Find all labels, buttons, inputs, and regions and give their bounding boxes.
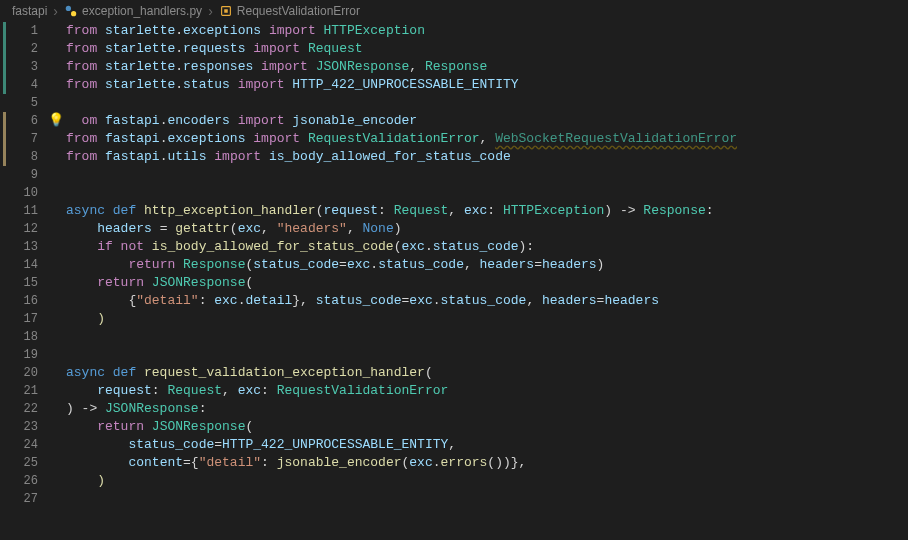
token-punct: ={ (183, 455, 199, 470)
editor[interactable]: 1234567891011121314151617181920212223242… (0, 22, 908, 540)
line-number: 14 (6, 256, 38, 274)
code-line[interactable]: return Response(status_code=exc.status_c… (66, 256, 908, 274)
breadcrumb-item-symbol[interactable]: RequestValidationError (219, 4, 360, 18)
token-punct: }, (292, 293, 315, 308)
code-line[interactable]: ) -> JSONResponse: (66, 400, 908, 418)
token-param: request (97, 383, 152, 398)
svg-rect-3 (224, 9, 228, 13)
code-line[interactable]: from fastapi.exceptions import RequestVa… (66, 130, 908, 148)
token-func: ) (97, 311, 105, 326)
breadcrumb-item-folder[interactable]: fastapi (12, 4, 47, 18)
token-type: Response (183, 257, 245, 272)
line-number: 22 (6, 400, 38, 418)
code-line[interactable]: return JSONResponse( (66, 274, 908, 292)
token-var: HTTP_422_UNPROCESSABLE_ENTITY (292, 77, 518, 92)
token-punct: , (448, 437, 456, 452)
breadcrumb-symbol-label: RequestValidationError (237, 4, 360, 18)
token-punct: ) -> (66, 401, 105, 416)
code-line[interactable]: ) (66, 472, 908, 490)
token-punct: ( (425, 365, 433, 380)
token-punct: , (409, 59, 425, 74)
token-type: RequestValidationError (308, 131, 480, 146)
token-var: exc (401, 239, 424, 254)
token-type: Response (425, 59, 487, 74)
token-kw-import: from (66, 149, 97, 164)
token-var: jsonable_encoder (292, 113, 417, 128)
token-attr: status_code (433, 239, 519, 254)
line-number: 4 (6, 76, 38, 94)
token-type: JSONResponse (316, 59, 410, 74)
code-line[interactable]: status_code=HTTP_422_UNPROCESSABLE_ENTIT… (66, 436, 908, 454)
git-change-indicator (3, 22, 6, 94)
code-line[interactable]: {"detail": exc.detail}, status_code=exc.… (66, 292, 908, 310)
code-line[interactable]: request: Request, exc: RequestValidation… (66, 382, 908, 400)
token-var: exc (409, 455, 432, 470)
code-line[interactable]: async def request_validation_exception_h… (66, 364, 908, 382)
token-kw-import: import (253, 41, 300, 56)
line-number-gutter: 1234567891011121314151617181920212223242… (6, 22, 50, 540)
token-attr: status_code (441, 293, 527, 308)
token-kw-control: return (97, 275, 152, 290)
line-number: 24 (6, 436, 38, 454)
code-line[interactable] (66, 166, 908, 184)
token-punct: = (152, 221, 175, 236)
code-line[interactable] (66, 346, 908, 364)
token-param: headers (480, 257, 535, 272)
token-func: jsonable_encoder (277, 455, 402, 470)
token-var: HTTP_422_UNPROCESSABLE_ENTITY (222, 437, 448, 452)
line-number: 27 (6, 490, 38, 508)
code-line[interactable]: content={"detail": jsonable_encoder(exc.… (66, 454, 908, 472)
code-line[interactable]: from fastapi.utils import is_body_allowe… (66, 148, 908, 166)
token-punct (66, 275, 97, 290)
code-line[interactable]: if not is_body_allowed_for_status_code(e… (66, 238, 908, 256)
code-line[interactable] (66, 490, 908, 508)
token-param: request (323, 203, 378, 218)
token-func: http_exception_handler (144, 203, 316, 218)
token-var: utils (167, 149, 206, 164)
token-punct: : (199, 401, 207, 416)
token-kw-import: from (66, 41, 97, 56)
token-punct: : (152, 383, 168, 398)
code-line[interactable]: from starlette.requests import Request (66, 40, 908, 58)
line-number: 10 (6, 184, 38, 202)
code-line[interactable]: from starlette.responses import JSONResp… (66, 58, 908, 76)
token-str: "detail" (199, 455, 261, 470)
line-number: 26 (6, 472, 38, 490)
token-var: exceptions (167, 131, 245, 146)
token-punct (66, 221, 97, 236)
token-punct: : (261, 383, 277, 398)
token-kw-def: async def (66, 365, 144, 380)
token-func: getattr (175, 221, 230, 236)
code-line[interactable]: ) (66, 310, 908, 328)
code-area[interactable]: from starlette.exceptions import HTTPExc… (64, 22, 908, 540)
lightbulb-icon[interactable]: 💡 (48, 112, 64, 128)
code-line[interactable]: from starlette.exceptions import HTTPExc… (66, 22, 908, 40)
breadcrumb-file-label: exception_handlers.py (82, 4, 202, 18)
token-kw-import: import (238, 77, 285, 92)
token-var: starlette (105, 41, 175, 56)
token-kw-import: import (269, 23, 316, 38)
token-var: starlette (105, 23, 175, 38)
token-var: starlette (105, 59, 175, 74)
code-line[interactable]: async def http_exception_handler(request… (66, 202, 908, 220)
glyph-margin: 💡 (50, 22, 64, 540)
line-number: 11 (6, 202, 38, 220)
token-type: HTTPException (503, 203, 604, 218)
svg-point-1 (71, 11, 76, 16)
code-line[interactable]: om fastapi.encoders import jsonable_enco… (66, 112, 908, 130)
code-line[interactable]: return JSONResponse( (66, 418, 908, 436)
code-line[interactable] (66, 328, 908, 346)
line-number: 15 (6, 274, 38, 292)
token-param: status_code (253, 257, 339, 272)
token-kw-def: async def (66, 203, 144, 218)
token-punct: ) (597, 257, 605, 272)
token-punct (66, 473, 97, 488)
token-kw-import: from (66, 23, 97, 38)
code-line[interactable] (66, 184, 908, 202)
token-var: exceptions (183, 23, 261, 38)
line-number: 12 (6, 220, 38, 238)
code-line[interactable] (66, 94, 908, 112)
code-line[interactable]: headers = getattr(exc, "headers", None) (66, 220, 908, 238)
breadcrumb-item-file[interactable]: exception_handlers.py (64, 4, 202, 18)
code-line[interactable]: from starlette.status import HTTP_422_UN… (66, 76, 908, 94)
